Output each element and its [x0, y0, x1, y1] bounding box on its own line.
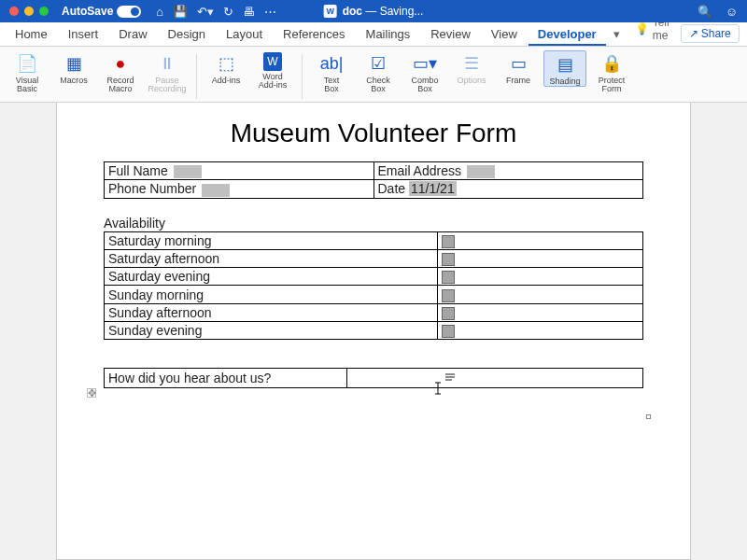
checkbox-icon: ☑ — [365, 52, 391, 75]
share-button[interactable]: ↗Share — [681, 24, 740, 43]
page[interactable]: Museum Volunteer Form Full Name Email Ad… — [56, 103, 691, 560]
protect-form-button[interactable]: 🔒ProtectForm — [590, 50, 633, 94]
avail-row-cb[interactable] — [438, 286, 643, 303]
date-field[interactable]: 11/1/21 — [409, 181, 457, 196]
date-cell[interactable]: Date 11/1/21 — [374, 180, 643, 198]
ribbon-developer: 📄VisualBasic ▦Macros ●RecordMacro ⏸Pause… — [0, 47, 747, 103]
textbox-icon: ab| — [318, 52, 345, 75]
visual-basic-icon: 📄 — [14, 52, 40, 75]
full-name-label: Full Name — [108, 163, 168, 178]
email-label: Email Address — [378, 163, 461, 178]
lock-icon: 🔒 — [599, 52, 625, 75]
tab-mailings[interactable]: Mailings — [357, 23, 420, 46]
checkbox-field[interactable] — [442, 271, 455, 284]
tab-home[interactable]: Home — [6, 23, 57, 46]
visual-basic-button[interactable]: 📄VisualBasic — [6, 50, 49, 94]
qat-more-icon[interactable]: ⋯ — [264, 5, 276, 19]
checkbox-field[interactable] — [442, 235, 455, 248]
share-icon: ↗ — [689, 27, 698, 40]
redo-icon[interactable]: ↻ — [223, 5, 233, 19]
addins-icon: ⬚ — [213, 52, 239, 75]
checkbox-field[interactable] — [442, 289, 455, 302]
shading-icon: ▤ — [552, 53, 578, 76]
phone-label: Phone Number — [108, 181, 196, 196]
full-name-field[interactable] — [174, 165, 202, 178]
save-icon[interactable]: 💾 — [173, 5, 188, 19]
phone-cell[interactable]: Phone Number — [105, 180, 374, 198]
addins-button[interactable]: ⬚Add-ins — [204, 50, 247, 85]
doc-status: — Saving... — [365, 5, 423, 18]
contact-table: Full Name Email Address Phone Number Dat… — [104, 161, 643, 199]
search-icon[interactable]: 🔍 — [698, 5, 712, 19]
form-title: Museum Volunteer Form — [104, 119, 643, 148]
autosave-label: AutoSave — [62, 5, 113, 18]
ribbon-options-icon[interactable]: ▾ — [608, 23, 626, 46]
tab-developer[interactable]: Developer — [529, 23, 606, 46]
macros-button[interactable]: ▦Macros — [52, 50, 95, 85]
doc-name: doc — [343, 5, 362, 18]
full-name-cell[interactable]: Full Name — [105, 162, 374, 180]
avail-row-cb[interactable] — [438, 249, 643, 267]
checkbox-field[interactable] — [442, 325, 455, 338]
autosave-toggle[interactable]: AutoSave — [58, 5, 141, 18]
text-box-button[interactable]: ab|TextBox — [310, 50, 353, 94]
tab-draw[interactable]: Draw — [109, 23, 156, 46]
avail-row-cb[interactable] — [438, 268, 643, 286]
avail-row-cb[interactable] — [438, 303, 643, 321]
print-icon[interactable]: 🖶 — [243, 5, 255, 19]
tab-design[interactable]: Design — [159, 23, 215, 46]
check-box-button[interactable]: ☑CheckBox — [357, 50, 400, 94]
avail-row-label: Saturday afternoon — [105, 249, 438, 267]
checkbox-field[interactable] — [442, 307, 455, 320]
tab-insert[interactable]: Insert — [59, 23, 108, 46]
options-button: ☰Options — [450, 50, 493, 85]
frame-icon: ▭ — [505, 52, 531, 75]
bulb-icon: 💡 — [635, 22, 649, 35]
frame-button[interactable]: ▭Frame — [497, 50, 540, 85]
comments-button[interactable]: 💬Comments — [741, 29, 747, 46]
word-addins-icon: W — [263, 52, 282, 71]
date-label: Date — [378, 181, 406, 196]
share-label: Share — [701, 27, 731, 40]
email-cell[interactable]: Email Address — [374, 162, 643, 180]
avail-row-label: Sunday morning — [105, 286, 438, 303]
document-area[interactable]: Museum Volunteer Form Full Name Email Ad… — [0, 103, 747, 560]
quick-access-toolbar: ⌂ 💾 ↶▾ ↻ 🖶 ⋯ — [156, 5, 276, 19]
question-table: How did you hear about us? — [104, 368, 643, 388]
record-icon: ● — [107, 52, 134, 75]
autosave-switch[interactable] — [117, 6, 141, 18]
checkbox-field[interactable] — [442, 253, 455, 266]
table-anchor-icon[interactable]: ✥ — [87, 388, 96, 398]
maximize-window-button[interactable] — [39, 7, 49, 16]
phone-field[interactable] — [202, 184, 230, 197]
availability-heading: Availability — [104, 216, 643, 231]
tab-references[interactable]: References — [274, 23, 354, 46]
text-cursor-icon — [435, 381, 454, 398]
ribbon-tabs: Home Insert Draw Design Layout Reference… — [0, 22, 747, 47]
record-macro-button[interactable]: ●RecordMacro — [99, 50, 142, 94]
avail-row-label: Sunday evening — [105, 322, 438, 340]
close-window-button[interactable] — [9, 7, 19, 16]
options-icon: ☰ — [458, 52, 485, 75]
tab-view[interactable]: View — [482, 23, 527, 46]
pause-icon: ⏸ — [154, 52, 180, 75]
combobox-icon: ▭▾ — [412, 52, 438, 75]
minimize-window-button[interactable] — [24, 7, 34, 16]
avail-row-cb[interactable] — [438, 231, 643, 249]
account-icon[interactable]: ☺ — [726, 5, 738, 19]
shading-button[interactable]: ▤Shading — [543, 50, 586, 87]
avail-row-label: Saturday evening — [105, 268, 438, 286]
home-icon[interactable]: ⌂ — [156, 5, 163, 19]
tab-layout[interactable]: Layout — [217, 23, 272, 46]
question-answer-cell[interactable] — [346, 369, 642, 388]
word-addins-button[interactable]: WWordAdd-ins — [251, 50, 294, 91]
availability-table: Saturday morning Saturday afternoon Satu… — [104, 231, 643, 341]
question-label-cell: How did you hear about us? — [105, 369, 347, 388]
undo-icon[interactable]: ↶▾ — [197, 5, 214, 19]
email-field[interactable] — [467, 165, 495, 178]
avail-row-cb[interactable] — [438, 322, 643, 340]
combo-box-button[interactable]: ▭▾ComboBox — [403, 50, 446, 94]
tab-review[interactable]: Review — [421, 23, 480, 46]
table-resize-handle[interactable] — [646, 414, 651, 419]
avail-row-label: Sunday afternoon — [105, 303, 438, 321]
